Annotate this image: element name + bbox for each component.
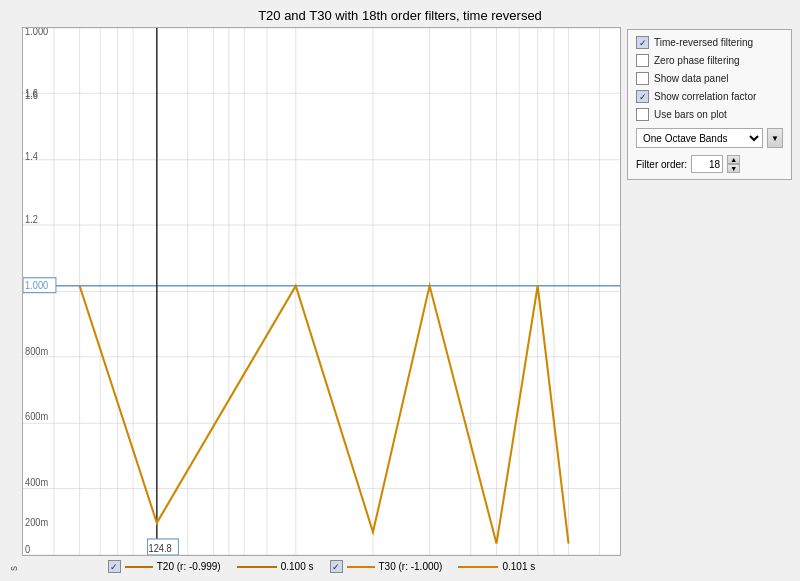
t20-label: T20 (r: -0.999) [157, 561, 221, 572]
octave-dropdown[interactable]: One Octave Bands Third Octave Bands [636, 128, 763, 148]
zero-phase-label: Zero phase filtering [654, 55, 740, 66]
t20-time-label: 0.100 s [281, 561, 314, 572]
spinner-down[interactable]: ▼ [727, 164, 740, 173]
svg-text:1.6: 1.6 [25, 87, 38, 99]
t20-time-line [237, 566, 277, 568]
show-panel-checkbox[interactable] [636, 72, 649, 85]
use-bars-label: Use bars on plot [654, 109, 727, 120]
chart-title: T20 and T30 with 18th order filters, tim… [8, 8, 792, 23]
use-bars-row: Use bars on plot [636, 108, 783, 121]
right-panel: Time-reversed filtering Zero phase filte… [627, 27, 792, 573]
zero-phase-row: Zero phase filtering [636, 54, 783, 67]
y-axis-label: s [8, 27, 22, 573]
time-reversed-checkbox[interactable] [636, 36, 649, 49]
filter-order-row: Filter order: ▲ ▼ [636, 155, 783, 173]
show-corr-label: Show correlation factor [654, 91, 756, 102]
zero-phase-checkbox[interactable] [636, 54, 649, 67]
t30-time-label: 0.101 s [502, 561, 535, 572]
svg-text:600m: 600m [25, 410, 48, 422]
svg-text:800m: 800m [25, 345, 48, 357]
t30-checkbox[interactable] [330, 560, 343, 573]
show-corr-row: Show correlation factor [636, 90, 783, 103]
show-panel-row: Show data panel [636, 72, 783, 85]
t30-legend-item: T30 (r: -1.000) [330, 560, 443, 573]
plot-area[interactable]: 1.000 1.6 1.6 1.4 1.2 1 800m 600m 400m 2… [22, 27, 621, 556]
svg-text:400m: 400m [25, 477, 48, 489]
options-panel: Time-reversed filtering Zero phase filte… [627, 29, 792, 180]
svg-text:200m: 200m [25, 517, 48, 529]
use-bars-checkbox[interactable] [636, 108, 649, 121]
svg-text:1.000: 1.000 [25, 280, 49, 292]
svg-text:1.000: 1.000 [25, 28, 49, 37]
svg-text:0: 0 [25, 543, 31, 555]
t30-label: T30 (r: -1.000) [379, 561, 443, 572]
svg-text:1.2: 1.2 [25, 213, 38, 225]
svg-text:124.8: 124.8 [149, 542, 173, 554]
t20-time-item: 0.100 s [237, 561, 314, 572]
show-corr-checkbox[interactable] [636, 90, 649, 103]
filter-order-input[interactable] [691, 155, 723, 173]
t30-line [347, 566, 375, 568]
t30-time-item: 0.101 s [458, 561, 535, 572]
t30-time-line [458, 566, 498, 568]
svg-text:1.4: 1.4 [25, 150, 38, 162]
time-reversed-label: Time-reversed filtering [654, 37, 753, 48]
time-reversed-row: Time-reversed filtering [636, 36, 783, 49]
filter-order-spinner: ▲ ▼ [727, 155, 740, 173]
octave-dropdown-arrow[interactable]: ▼ [767, 128, 783, 148]
t20-legend-item: T20 (r: -0.999) [108, 560, 221, 573]
spinner-up[interactable]: ▲ [727, 155, 740, 164]
legend-bar: T20 (r: -0.999) 0.100 s T30 (r: -1.000) … [22, 560, 621, 573]
t20-line [125, 566, 153, 568]
show-panel-label: Show data panel [654, 73, 729, 84]
t20-checkbox[interactable] [108, 560, 121, 573]
octave-dropdown-row: One Octave Bands Third Octave Bands ▼ [636, 128, 783, 148]
filter-order-label: Filter order: [636, 159, 687, 170]
